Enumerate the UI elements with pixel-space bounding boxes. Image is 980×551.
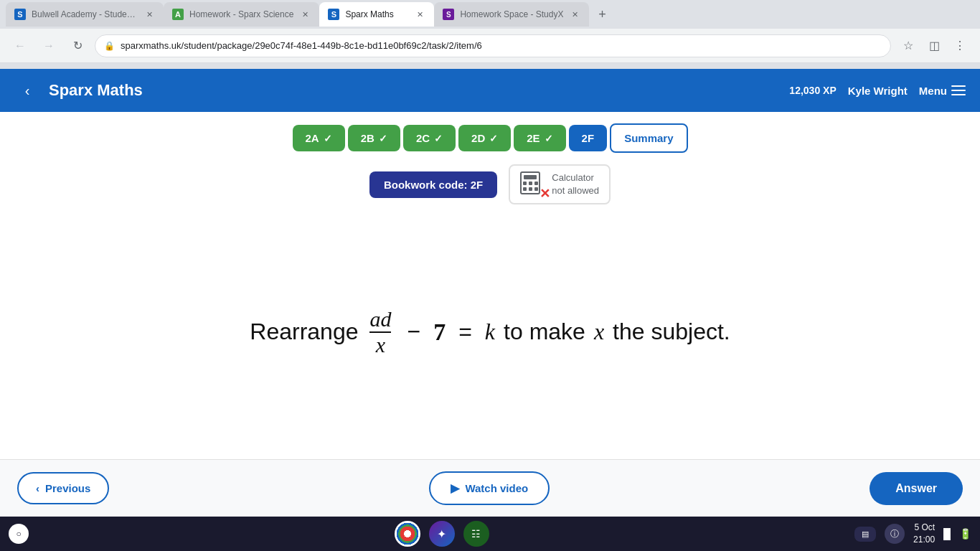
watch-video-label: Watch video — [465, 482, 528, 494]
tab-close-2[interactable]: ✕ — [299, 9, 311, 20]
task-tab-2b[interactable]: 2B ✓ — [348, 125, 400, 151]
back-button[interactable]: ‹ — [14, 77, 40, 103]
hamburger-icon — [951, 85, 966, 95]
toolbar-actions: ☆ ◫ ⋮ — [897, 34, 971, 57]
reload-button[interactable]: ↻ — [66, 34, 89, 57]
previous-label: Previous — [45, 482, 90, 494]
address-text: sparxmaths.uk/student/package/29e0c74f-4… — [121, 40, 882, 51]
browser-tab-3[interactable]: S Sparx Maths ✕ — [319, 2, 434, 27]
question-math: Rearrange ad x − 7 = k to make x the sub… — [250, 309, 730, 356]
task-tab-2a[interactable]: 2A ✓ — [293, 125, 345, 151]
calculator-icon — [520, 171, 540, 194]
tab-label-2c: 2C — [416, 132, 430, 144]
previous-button[interactable]: ‹ Previous — [17, 472, 109, 504]
browser-tab-1[interactable]: S Bulwell Academy - Student Ho... ✕ — [6, 2, 164, 27]
tab-label-summary: Summary — [624, 132, 673, 144]
taskbar-time: 21:00 — [913, 534, 935, 546]
watch-video-button[interactable]: ▶ Watch video — [429, 471, 550, 505]
bookmark-icon[interactable]: ☆ — [897, 34, 920, 57]
tab-favicon-1: S — [14, 9, 26, 20]
header-right: 12,030 XP Kyle Wright Menu — [789, 85, 966, 97]
tab-label-2a: 2A — [306, 132, 319, 144]
lock-icon: 🔒 — [104, 41, 115, 51]
menu-label: Menu — [919, 85, 947, 97]
tray-items: ▤ — [862, 529, 869, 539]
question-suffix: to make — [504, 319, 585, 345]
xp-badge: 12,030 XP — [789, 85, 836, 96]
tab-favicon-3: S — [328, 9, 339, 20]
answer-label: Answer — [895, 482, 937, 494]
more-options-icon[interactable]: ⋮ — [948, 34, 971, 57]
tab-title-2: Homework - Sparx Science — [189, 9, 293, 19]
checkmark-2b: ✓ — [379, 133, 387, 144]
wifi-icon: █ — [943, 528, 951, 540]
calculator-icon-wrapper: ✕ — [520, 171, 546, 197]
tab-title-1: Bulwell Academy - Student Ho... — [32, 9, 138, 19]
checkmark-2c: ✓ — [434, 133, 443, 144]
checkmark-2d: ✓ — [489, 133, 498, 144]
var-k: k — [485, 319, 495, 345]
tab-favicon-2: A — [172, 9, 184, 20]
tab-close-1[interactable]: ✕ — [143, 9, 155, 20]
chrome-icon[interactable] — [395, 521, 420, 547]
tab-close-3[interactable]: ✕ — [414, 9, 425, 20]
tab-close-4[interactable]: ✕ — [569, 9, 580, 20]
fraction-numerator: ad — [369, 309, 391, 333]
tab-title-4: Homework Space - StudyX — [460, 9, 563, 19]
tab-label-2d: 2D — [471, 132, 485, 144]
calculator-x-icon: ✕ — [540, 187, 550, 200]
task-tab-summary[interactable]: Summary — [610, 123, 687, 153]
battery-icon: 🔋 — [959, 528, 971, 540]
checkmark-2a: ✓ — [324, 133, 332, 144]
taskbar-datetime: 5 Oct 21:00 — [913, 522, 935, 546]
question-area: Rearrange ad x − 7 = k to make x the sub… — [0, 204, 980, 459]
tab-label-2e: 2E — [527, 132, 540, 144]
video-icon: ▶ — [451, 481, 459, 495]
back-nav-button[interactable]: ← — [9, 34, 32, 57]
extensions-icon[interactable]: ◫ — [923, 34, 946, 57]
calculator-line2: not allowed — [552, 184, 599, 197]
tab-label-2f: 2F — [582, 132, 595, 144]
new-tab-button[interactable]: + — [592, 4, 612, 24]
notifications-icon[interactable]: ⓘ — [885, 524, 905, 544]
sparkle-icon[interactable]: ✦ — [429, 521, 455, 547]
task-tab-2c[interactable]: 2C ✓ — [403, 125, 456, 151]
calculator-line1: Calculator — [552, 171, 599, 184]
app-header: ‹ Sparx Maths 12,030 XP Kyle Wright Menu — [0, 69, 980, 112]
taskbar-left: ○ — [9, 524, 29, 544]
task-tab-nav: 2A ✓ 2B ✓ 2C ✓ 2D ✓ 2E ✓ 2F Summary — [293, 112, 688, 153]
calculator-badge: ✕ Calculator not allowed — [509, 164, 611, 204]
main-content: 2A ✓ 2B ✓ 2C ✓ 2D ✓ 2E ✓ 2F Summary Book… — [0, 112, 980, 517]
bookwork-section: Bookwork code: 2F ✕ — [369, 164, 611, 204]
checkmark-2e: ✓ — [545, 133, 553, 144]
bookwork-code: Bookwork code: 2F — [369, 171, 497, 198]
tab-title-3: Sparx Maths — [345, 9, 408, 19]
browser-tab-2[interactable]: A Homework - Sparx Science ✕ — [164, 2, 319, 27]
answer-button[interactable]: Answer — [870, 472, 963, 505]
task-tab-2e[interactable]: 2E ✓ — [514, 125, 565, 151]
task-tab-2f[interactable]: 2F — [569, 125, 608, 151]
sheets-icon[interactable]: ☷ — [463, 521, 489, 547]
menu-button[interactable]: Menu — [919, 85, 966, 97]
system-icon[interactable]: ○ — [9, 524, 29, 544]
chevron-left-icon: ‹ — [36, 482, 39, 494]
question-end: the subject. — [613, 319, 730, 345]
system-tray: ▤ — [854, 527, 876, 542]
browser-tabs: S Bulwell Academy - Student Ho... ✕ A Ho… — [0, 0, 980, 29]
address-bar[interactable]: 🔒 sparxmaths.uk/student/package/29e0c74f… — [95, 34, 891, 57]
browser-tab-4[interactable]: S Homework Space - StudyX ✕ — [434, 2, 589, 27]
forward-nav-button[interactable]: → — [37, 34, 60, 57]
browser-toolbar: ← → ↻ 🔒 sparxmaths.uk/student/package/29… — [0, 29, 980, 63]
user-name: Kyle Wright — [848, 85, 908, 97]
tab-favicon-4: S — [443, 9, 454, 20]
task-tab-2d[interactable]: 2D ✓ — [458, 125, 511, 151]
taskbar-right: ▤ ⓘ 5 Oct 21:00 █ 🔋 — [854, 522, 971, 546]
question-fraction: ad x — [369, 309, 391, 356]
taskbar-date: 5 Oct — [913, 522, 935, 534]
minus-symbol: − — [407, 319, 420, 345]
question-number: 7 — [433, 319, 446, 346]
taskbar-center: ✦ ☷ — [395, 521, 489, 547]
calculator-text: Calculator not allowed — [552, 171, 599, 197]
taskbar: ○ ✦ ☷ ▤ ⓘ 5 Oct 21:00 █ 🔋 — [0, 517, 980, 551]
fraction-denominator: x — [376, 333, 385, 356]
